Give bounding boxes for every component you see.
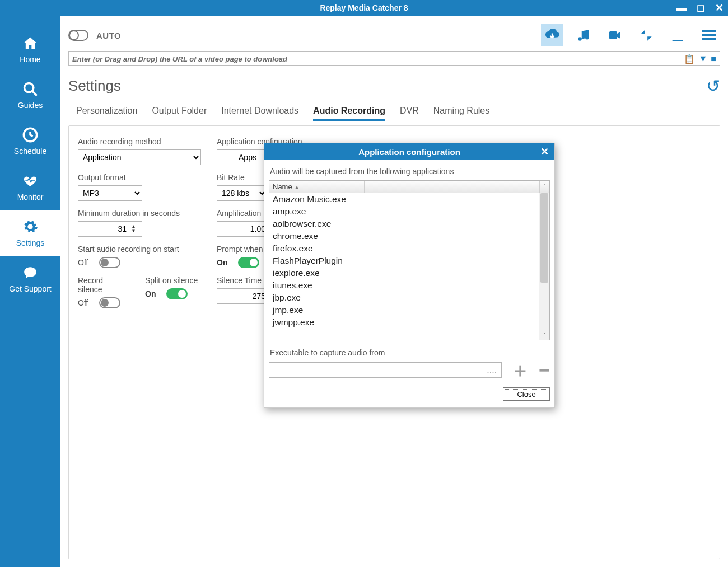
download-small-icon[interactable]: ▼ — [698, 54, 707, 64]
list-item[interactable]: chrome.exe — [269, 230, 549, 242]
column-header-blank — [365, 181, 539, 193]
home-icon — [0, 34, 60, 53]
sidebar-item-label: Get Support — [0, 284, 60, 293]
sidebar-item-label: Guides — [0, 101, 60, 110]
browse-indicator: .... — [487, 365, 497, 375]
recording-method-select[interactable]: Application — [78, 149, 201, 165]
list-item[interactable]: jwmpp.exe — [269, 316, 549, 329]
start-on-start-state: Off — [78, 258, 92, 267]
split-on-silence-toggle[interactable] — [166, 288, 188, 299]
dialog-title-bar[interactable]: Application configuration ✕ — [264, 143, 554, 160]
exec-input[interactable]: .... — [269, 362, 502, 378]
start-on-start-label: Start audio recording on start — [78, 245, 201, 254]
app-config-dialog: Application configuration ✕ Audio will b… — [264, 143, 555, 408]
list-item[interactable]: Amazon Music.exe — [269, 193, 549, 205]
maximize-icon[interactable]: ◻ — [697, 2, 705, 14]
sidebar-item-monitor[interactable]: Monitor — [0, 165, 60, 210]
dialog-title: Application configuration — [358, 147, 460, 157]
prompt-toggle[interactable] — [238, 257, 259, 268]
dialog-close-button[interactable]: Close — [503, 387, 550, 401]
settings-panel: Audio recording method Application Outpu… — [68, 125, 720, 559]
url-input[interactable]: Enter (or Drag and Drop) the URL of a vi… — [68, 51, 720, 66]
sidebar: Home Guides Schedule Monitor Settings — [0, 16, 60, 567]
output-format-select[interactable]: MP3 — [78, 185, 142, 201]
clock-icon — [0, 125, 60, 144]
output-format-label: Output format — [78, 173, 201, 182]
search-icon — [0, 79, 60, 99]
chevron-down-icon[interactable]: ▼ — [132, 229, 136, 233]
min-duration-stepper[interactable]: ▲▼ — [78, 221, 142, 237]
prompt-state: On — [217, 258, 231, 267]
tab-output-folder[interactable]: Output Folder — [152, 106, 207, 121]
svg-rect-5 — [702, 34, 716, 36]
list-item[interactable]: jmp.exe — [269, 304, 549, 316]
scrollbar-thumb[interactable] — [540, 193, 548, 283]
exec-label: Executable to capture audio from — [270, 348, 550, 357]
split-on-silence-label: Split on silence — [145, 276, 198, 285]
minimize-icon[interactable]: ▬ — [676, 2, 687, 14]
tab-personalization[interactable]: Personalization — [76, 106, 137, 121]
tab-dvr[interactable]: DVR — [400, 106, 419, 121]
list-item[interactable]: aolbrowser.exe — [269, 218, 549, 230]
cloud-download-icon[interactable] — [541, 24, 563, 46]
download-icon[interactable] — [666, 24, 689, 46]
sidebar-item-support[interactable]: Get Support — [0, 256, 60, 302]
sidebar-item-home[interactable]: Home — [0, 27, 60, 73]
list-item[interactable]: firefox.exe — [269, 242, 549, 255]
scrollbar[interactable] — [539, 193, 549, 330]
bitrate-select[interactable]: 128 kbs — [217, 185, 267, 201]
title-bar: Replay Media Catcher 8 ▬ ◻ ✕ — [0, 0, 728, 16]
record-small-icon[interactable]: ■ — [711, 54, 716, 64]
list-item[interactable]: iexplore.exe — [269, 267, 549, 279]
url-placeholder: Enter (or Drag and Drop) the URL of a vi… — [72, 55, 684, 63]
list-item[interactable]: jbp.exe — [269, 292, 549, 304]
column-header-name[interactable]: Name▲ — [269, 181, 365, 193]
list-item[interactable]: amp.exe — [269, 205, 549, 218]
scroll-down-icon[interactable]: ˅ — [539, 330, 549, 340]
add-icon[interactable]: ＋ — [511, 360, 530, 379]
sidebar-item-label: Settings — [0, 238, 60, 247]
tab-audio-recording[interactable]: Audio Recording — [313, 106, 385, 121]
app-listbox: Name▲ ˄ Amazon Music.exeamp.exeaolbrowse… — [269, 180, 550, 340]
close-icon[interactable]: ✕ — [715, 2, 724, 14]
min-duration-label: Minimum duration in seconds — [78, 209, 201, 218]
svg-point-0 — [25, 83, 34, 92]
sidebar-item-label: Monitor — [0, 193, 60, 202]
auto-label: AUTO — [96, 31, 121, 40]
sidebar-item-settings[interactable]: Settings — [0, 210, 60, 256]
start-on-start-toggle[interactable] — [99, 257, 120, 268]
menu-icon[interactable] — [698, 24, 720, 46]
list-item[interactable]: FlashPlayerPlugin_ — [269, 255, 549, 267]
page-title: Settings — [68, 77, 121, 95]
tab-naming-rules[interactable]: Naming Rules — [433, 106, 489, 121]
auto-toggle[interactable] — [68, 30, 88, 41]
sidebar-item-label: Schedule — [0, 147, 60, 156]
reset-icon[interactable]: ↺ — [706, 76, 720, 96]
svg-rect-6 — [702, 38, 716, 40]
scroll-up-icon[interactable]: ˄ — [539, 181, 549, 193]
record-silence-toggle[interactable] — [99, 297, 120, 308]
remove-icon[interactable]: − — [539, 360, 550, 379]
gear-icon — [0, 217, 60, 236]
silence-time-input[interactable] — [217, 292, 268, 301]
dialog-info: Audio will be captured from the followin… — [270, 167, 550, 176]
amplification-input[interactable] — [217, 224, 268, 233]
svg-line-1 — [32, 91, 37, 96]
settings-tabs: Personalization Output Folder Internet D… — [76, 106, 720, 121]
video-icon[interactable] — [604, 24, 626, 46]
dialog-close-icon[interactable]: ✕ — [540, 146, 549, 158]
collapse-icon[interactable] — [635, 24, 657, 46]
window-title: Replay Media Catcher 8 — [320, 3, 408, 12]
list-item[interactable]: itunes.exe — [269, 279, 549, 292]
sidebar-item-schedule[interactable]: Schedule — [0, 119, 60, 165]
record-silence-state: Off — [78, 298, 92, 307]
music-icon[interactable] — [572, 24, 595, 46]
min-duration-input[interactable] — [78, 224, 129, 233]
chat-icon — [0, 263, 60, 282]
record-silence-label: Record silence — [78, 276, 129, 294]
paste-icon[interactable]: 📋 — [684, 54, 695, 64]
sidebar-item-label: Home — [0, 55, 60, 64]
sidebar-item-guides[interactable]: Guides — [0, 73, 60, 119]
tab-internet-downloads[interactable]: Internet Downloads — [221, 106, 298, 121]
sort-asc-icon: ▲ — [295, 184, 300, 190]
